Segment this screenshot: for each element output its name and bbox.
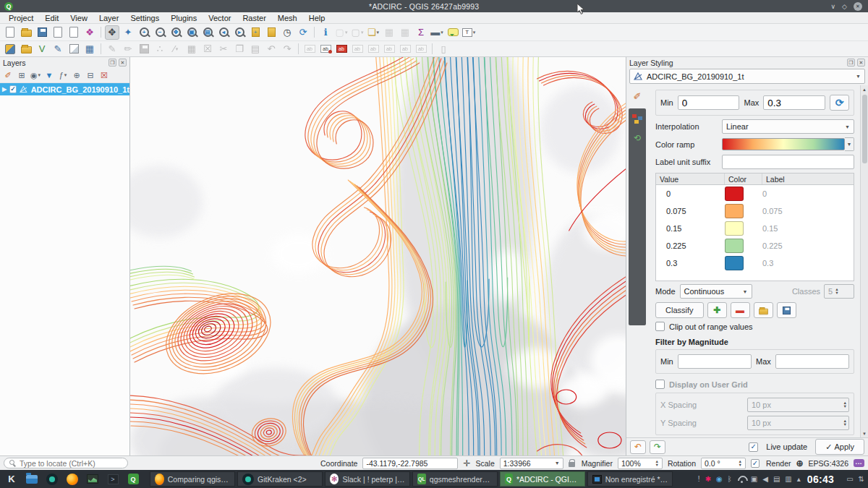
new-spatialite-icon[interactable]: ✎ [51,42,65,56]
zoom-to-layer-icon[interactable]: ▤ [200,25,215,40]
save-project-icon[interactable] [35,25,49,40]
scale-combo[interactable]: 1:33966▼ [500,458,563,469]
mode-select[interactable]: Continuous ▼ [680,284,752,299]
close-panel-button[interactable]: ✕ [119,59,127,67]
open-layer-styling-icon[interactable]: ✐ [2,69,14,81]
min-input[interactable] [678,95,740,110]
data-source-manager-icon[interactable] [3,42,17,56]
add-class-button[interactable]: ✚ [707,302,727,318]
tab-history[interactable]: ⟲ [634,133,641,143]
remove-layer-icon[interactable]: ☒ [98,69,110,81]
locate-input[interactable] [20,459,122,468]
classify-button[interactable]: Classify [655,302,704,318]
clock[interactable]: 06:43 [807,474,834,485]
menu-vector[interactable]: Vector [203,13,237,23]
highlight-labels-icon[interactable] [350,42,365,56]
maximize-button[interactable]: ◇ [842,3,847,10]
locate-box[interactable] [4,458,128,468]
clip-checkbox[interactable] [655,322,665,331]
class-row[interactable]: 0.150.15 [656,220,854,237]
deselect-features-icon[interactable]: ❏▾ [366,25,380,40]
filter-legend-icon[interactable]: ▼ [43,69,55,81]
pan-map-icon[interactable]: ✥ [105,25,119,40]
class-color-swatch[interactable] [725,239,744,253]
collapse-all-icon[interactable]: ⊟ [85,69,96,81]
style-redo-button[interactable]: ↷ [650,440,665,454]
expand-all-icon[interactable]: ⊕ [71,69,82,81]
zoom-in-icon[interactable]: + [137,25,151,40]
menu-plugins[interactable]: Plugins [165,13,203,23]
class-row[interactable]: 0.0750.075 [656,202,854,220]
field-calculator-icon[interactable]: ▦ [398,25,412,40]
text-annotation-icon[interactable]: ▾ [461,25,476,40]
magnifier-spinner[interactable]: 100%▲▼ [618,458,663,469]
task-qgis[interactable]: *ADCIRC - QGIS 26427... [500,471,585,487]
layer-diagram-icon[interactable] [334,42,349,56]
layer-visibility-checkbox[interactable]: ✓ [9,85,17,93]
max-input[interactable] [763,95,825,110]
add-feature-icon[interactable]: ∴ [153,42,167,56]
select-by-expression-icon[interactable]: ▢▾ [350,25,365,40]
redo-icon[interactable]: ↷ [280,42,294,56]
new-print-layout-icon[interactable] [67,25,81,40]
mouse-extent-toggle-icon[interactable]: ✛ [463,458,470,468]
load-ramp-button[interactable] [754,302,773,318]
change-label-icon[interactable] [382,42,396,56]
new-shapefile-icon[interactable]: V [35,42,49,56]
new-virtual-layer-icon[interactable] [67,42,81,56]
save-edits-icon[interactable] [137,42,151,56]
task-firefox[interactable]: Comparing qgis:mast... [150,471,235,487]
show-desktop-icon[interactable]: ▭ [846,475,853,483]
menu-view[interactable]: View [64,13,93,23]
color-manager-icon[interactable]: ✱ [705,475,711,483]
new-bookmark-icon[interactable]: + [248,25,263,40]
messages-icon[interactable]: ••• [854,459,864,467]
new-3d-map-icon[interactable]: ▯ [436,42,451,56]
scroll-up-icon[interactable]: ▲ [862,85,867,93]
class-row[interactable]: 0.30.3 [656,254,854,272]
open-project-icon[interactable] [19,25,33,40]
refresh-map-icon[interactable]: ⟳ [296,25,310,40]
style-manager-icon[interactable]: ❖ [82,25,97,40]
show-bookmarks-icon[interactable] [264,25,278,40]
zoom-next-icon[interactable]: ▸ [232,25,247,40]
system-monitor-icon[interactable] [85,471,101,487]
new-mesh-layer-icon[interactable]: ▦ [82,42,97,56]
layer-labeling-icon[interactable] [318,42,333,56]
undo-icon[interactable]: ↶ [264,42,278,56]
render-checkbox[interactable]: ✓ [751,459,760,468]
paste-features-icon[interactable]: ▤ [248,42,263,56]
toggle-editing-icon[interactable]: ✏ [121,42,135,56]
menu-settings[interactable]: Settings [124,13,165,23]
user-grid-checkbox[interactable] [655,380,665,389]
task-qgs-settings[interactable]: qgsmeshrenderersetti... [412,471,498,487]
tab-symbology[interactable]: ✐ [629,88,645,104]
color-ramp-dropdown[interactable]: ▼ [845,137,854,151]
save-ramp-button[interactable] [777,302,796,318]
menu-mesh[interactable]: Mesh [272,13,303,23]
add-group-icon[interactable]: ⊞ [16,69,27,81]
map-tips-icon[interactable] [446,25,460,40]
pan-to-selection-icon[interactable]: ✦ [121,25,135,40]
cut-features-icon[interactable]: ✂ [216,42,231,56]
task-slack[interactable]: Slack | ! peterp | Lutr... [325,471,410,487]
temporal-controller-icon[interactable]: ◷ [280,25,294,40]
class-color-swatch[interactable] [725,221,744,236]
current-edits-icon[interactable]: ✎ [105,42,119,56]
zoom-full-icon[interactable]: ✥ [169,25,183,40]
volume-icon[interactable]: ◀ [762,475,768,483]
live-update-checkbox[interactable]: ✓ [749,442,758,452]
pager-icon[interactable]: ⇅ [859,475,864,483]
class-color-swatch[interactable] [725,204,744,218]
qgis-launcher-icon[interactable] [125,471,141,487]
gitkraken-launcher-icon[interactable] [44,471,60,487]
style-undo-button[interactable]: ↶ [630,440,646,454]
bluetooth-icon[interactable]: ᛒ [728,475,732,483]
color-ramp-preview[interactable] [722,138,845,150]
map-canvas[interactable] [130,57,626,455]
app-menu-icon[interactable] [4,471,20,487]
lock-scale-icon[interactable] [569,462,575,467]
zoom-last-icon[interactable]: ◂ [216,25,231,40]
apply-button[interactable]: ✓ Apply [815,439,864,455]
rotate-label-icon[interactable] [398,42,412,56]
